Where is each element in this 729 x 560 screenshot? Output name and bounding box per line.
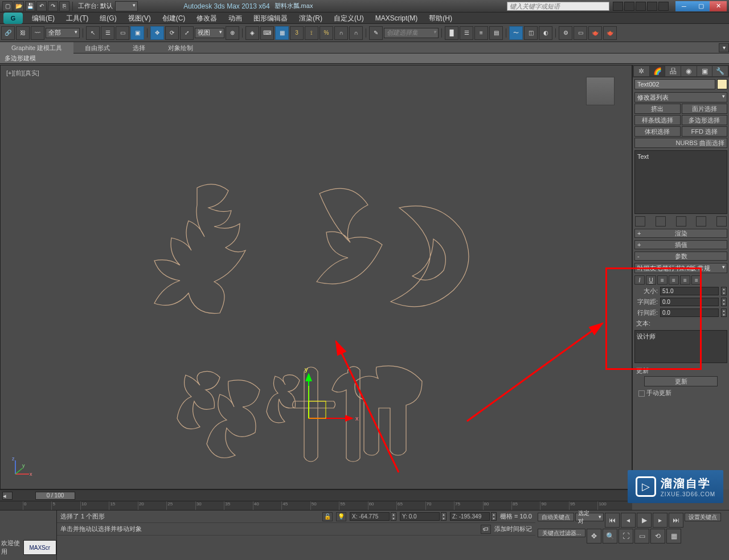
- modifier-list-dropdown[interactable]: 修改器列表: [634, 92, 727, 102]
- remove-mod-icon[interactable]: [696, 216, 706, 227]
- favorites-icon[interactable]: [647, 2, 657, 11]
- tab-graphite[interactable]: Graphite 建模工具: [0, 42, 73, 53]
- layer-manager-icon[interactable]: ▤: [489, 26, 503, 40]
- menu-create[interactable]: 创建(C): [157, 13, 191, 24]
- italic-button[interactable]: I: [634, 275, 645, 285]
- minimize-button[interactable]: ─: [675, 1, 693, 11]
- spinner-snap-icon[interactable]: %: [320, 26, 333, 40]
- manual-update-row[interactable]: 手动更新: [633, 386, 729, 400]
- show-end-icon[interactable]: [656, 216, 666, 227]
- window-crossing-icon[interactable]: ▣: [130, 26, 144, 40]
- align-justify-button[interactable]: ≡: [691, 275, 702, 285]
- text-value-field[interactable]: 设计师: [634, 330, 727, 363]
- add-time-tag[interactable]: 添加时间标记: [494, 525, 532, 533]
- menu-tools[interactable]: 工具(T): [60, 13, 94, 24]
- keymode-dropdown[interactable]: 选定对: [575, 513, 604, 521]
- select-object-icon[interactable]: ↖: [86, 26, 100, 40]
- autokey-button[interactable]: 自动关键点: [538, 513, 574, 521]
- layers-icon[interactable]: ≡: [474, 26, 488, 40]
- nav-orbit-icon[interactable]: ⟲: [650, 529, 665, 543]
- ribbon-panel-polymodel[interactable]: 多边形建模: [0, 53, 729, 64]
- ribbon-min-icon[interactable]: ▾: [719, 43, 729, 52]
- time-tag-icon[interactable]: 🏷: [481, 525, 491, 534]
- keyboard-shortcut-icon[interactable]: ⌨: [260, 26, 274, 40]
- modbtn-volsel[interactable]: 体积选择: [634, 126, 681, 137]
- menu-modifiers[interactable]: 修改器: [191, 13, 223, 24]
- maximize-button[interactable]: ▢: [693, 1, 710, 11]
- update-button[interactable]: 更新: [644, 376, 718, 386]
- percent-snap-icon[interactable]: ⟟: [305, 26, 318, 40]
- modifier-stack[interactable]: Text: [634, 150, 727, 214]
- tab-utilities-icon[interactable]: 🔧: [712, 66, 728, 76]
- save-icon[interactable]: 💾: [25, 1, 35, 11]
- lock-selection-icon[interactable]: 🔓: [322, 512, 333, 521]
- nav-fov-icon[interactable]: ▭: [634, 529, 649, 543]
- leading-field[interactable]: 0.0: [660, 308, 719, 317]
- rollup-interp[interactable]: +插值: [634, 240, 727, 249]
- stack-item-text[interactable]: Text: [637, 153, 649, 160]
- rollup-render[interactable]: +渲染: [634, 229, 727, 238]
- text-spline-object[interactable]: [1, 65, 604, 487]
- time-slider[interactable]: ◂ 0 / 100: [0, 489, 632, 501]
- object-color-swatch[interactable]: [717, 79, 727, 89]
- edged-faces2-icon[interactable]: ∩: [349, 26, 363, 40]
- nav-zoom-icon[interactable]: 🔍: [603, 529, 617, 543]
- help-icon[interactable]: [658, 2, 669, 11]
- new-icon[interactable]: ▢: [2, 1, 13, 11]
- modbtn-nurbs[interactable]: NURBS 曲面选择: [634, 138, 727, 148]
- edged-faces-icon[interactable]: ∩: [334, 26, 348, 40]
- keyfilters-button[interactable]: 关键点过滤器...: [538, 529, 585, 537]
- render-setup-icon[interactable]: ⚙: [559, 26, 572, 40]
- tab-objectpaint[interactable]: 对象绘制: [157, 42, 204, 53]
- subscription-icon[interactable]: [624, 2, 634, 11]
- make-unique-icon[interactable]: [676, 216, 686, 227]
- open-icon[interactable]: 📂: [14, 1, 24, 11]
- size-field[interactable]: 51.0: [660, 287, 719, 295]
- prev-frame-icon[interactable]: ◂: [621, 513, 636, 528]
- coord-y-spinner[interactable]: ▲▼: [441, 512, 447, 521]
- menu-help[interactable]: 帮助(H): [423, 13, 458, 24]
- rendered-frame-icon[interactable]: ▭: [574, 26, 587, 40]
- rollup-params[interactable]: -参数: [634, 252, 727, 261]
- time-slider-knob[interactable]: 0 / 100: [35, 492, 75, 500]
- modbtn-patchsel[interactable]: 面片选择: [682, 104, 728, 114]
- ref-coordsys-dropdown[interactable]: 视图: [195, 28, 224, 38]
- render-prod-icon[interactable]: 🫖: [603, 26, 617, 40]
- menu-edit[interactable]: 编辑(E): [26, 13, 60, 24]
- coord-x-spinner[interactable]: ▲▼: [391, 512, 396, 521]
- close-button[interactable]: ✕: [710, 1, 727, 11]
- tab-display-icon[interactable]: ▣: [697, 66, 712, 76]
- goto-start-icon[interactable]: ⏮: [605, 513, 620, 528]
- bind-spacewarp-icon[interactable]: 〰: [31, 26, 44, 40]
- schematic-icon[interactable]: ◫: [524, 26, 538, 40]
- isolate-icon[interactable]: 💡: [336, 512, 346, 521]
- tab-motion-icon[interactable]: ◉: [681, 66, 697, 76]
- coord-y[interactable]: Y: 0.0: [400, 512, 440, 521]
- undo-icon[interactable]: ↶: [36, 1, 47, 11]
- menu-views[interactable]: 视图(V): [122, 13, 157, 24]
- move-icon[interactable]: ✥: [150, 26, 164, 40]
- material-editor-icon[interactable]: ◐: [539, 26, 552, 40]
- curve-editor-icon[interactable]: 〜: [509, 26, 523, 40]
- font-dropdown[interactable]: 叶根友毛笔行书2.0版 常规: [634, 263, 727, 273]
- select-name-icon[interactable]: ☰: [101, 26, 114, 40]
- mirror-icon[interactable]: ▐▌: [445, 26, 458, 40]
- menu-group[interactable]: 组(G): [94, 13, 122, 24]
- kerning-field[interactable]: 0.0: [660, 298, 719, 306]
- menu-customize[interactable]: 自定义(U): [328, 13, 370, 24]
- redo-icon[interactable]: ↷: [48, 1, 58, 11]
- select-link-icon[interactable]: 🔗: [1, 26, 15, 40]
- project-icon[interactable]: ⎘: [59, 1, 69, 11]
- leading-spinner[interactable]: ▲▼: [721, 308, 727, 317]
- goto-end-icon[interactable]: ⏭: [669, 513, 683, 528]
- manipulate-icon[interactable]: ◈: [245, 26, 259, 40]
- application-button[interactable]: G: [3, 13, 23, 24]
- menu-animation[interactable]: 动画: [223, 13, 248, 24]
- select-rect-icon[interactable]: ▭: [116, 26, 129, 40]
- tab-hierarchy-icon[interactable]: 品: [665, 66, 681, 76]
- configure-sets-icon[interactable]: [716, 216, 727, 227]
- kerning-spinner[interactable]: ▲▼: [721, 298, 727, 306]
- setkey-button[interactable]: 设置关键点: [685, 513, 721, 521]
- object-name-field[interactable]: Text002: [634, 79, 715, 89]
- selection-filter-dropdown[interactable]: 全部: [46, 28, 80, 38]
